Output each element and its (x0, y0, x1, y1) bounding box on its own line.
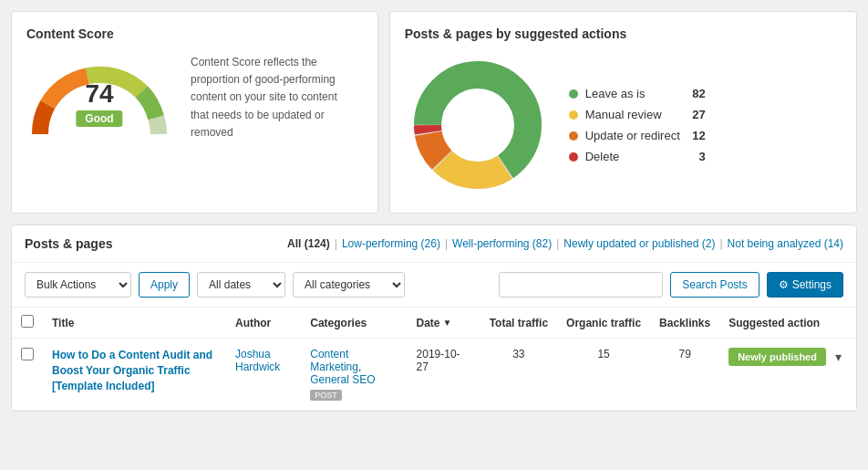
filter-tab-well[interactable]: Well-performing (82) (452, 237, 552, 250)
legend-item: Manual review 27 (569, 108, 706, 121)
settings-button[interactable]: ⚙ Settings (767, 272, 843, 298)
row-checkbox-cell (12, 339, 43, 411)
posts-section: Posts & pages All (124)|Low-performing (… (11, 225, 857, 412)
content-score-panel: Content Score (11, 11, 378, 214)
filter-tab-link-well[interactable]: Well-performing (82) (452, 237, 552, 250)
category-link[interactable]: Content Marketing (310, 348, 358, 373)
th-date-label: Date (417, 317, 440, 329)
post-title-link[interactable]: How to Do a Content Audit and Boost Your… (52, 349, 212, 392)
row-categories-cell: Content Marketing, General SEOPOST (301, 339, 407, 411)
posts-header: Posts & pages All (124)|Low-performing (… (12, 225, 856, 263)
row-total-traffic-cell: 33 (480, 339, 557, 411)
legend-value: 27 (687, 108, 706, 121)
toolbar-left: Bulk Actions Apply All dates All categor… (25, 272, 491, 298)
filter-tab-link-new[interactable]: Newly updated or published (2) (563, 237, 715, 250)
row-title-cell: How to Do a Content Audit and Boost Your… (43, 339, 226, 411)
legend-dot (569, 89, 578, 99)
legend-value: 12 (687, 129, 706, 142)
row-checkbox[interactable] (21, 348, 34, 360)
th-total-traffic: Total traffic (480, 308, 557, 339)
legend-item: Leave as is 82 (569, 87, 706, 100)
th-organic-traffic: Organic traffic (557, 308, 650, 339)
th-backlinks: Backlinks (650, 308, 719, 339)
table-row: How to Do a Content Audit and Boost Your… (12, 339, 856, 411)
filter-tab-separator: | (445, 237, 448, 250)
filter-tabs: All (124)|Low-performing (26)|Well-perfo… (287, 237, 843, 250)
legend-dot (569, 110, 578, 120)
legend: Leave as is 82 Manual review 27 Update o… (569, 87, 706, 163)
filter-tab-new[interactable]: Newly updated or published (2) (563, 237, 715, 250)
row-suggested-action-cell: Newly published ▾ (719, 339, 856, 411)
all-categories-select[interactable]: All categories (293, 272, 405, 298)
th-checkbox (12, 308, 43, 339)
legend-value: 82 (687, 87, 706, 100)
gauge-section: 74 Good Content Score reflects the propo… (26, 52, 363, 143)
legend-label: Leave as is (585, 87, 680, 100)
legend-item: Update or redirect 12 (569, 129, 706, 142)
gauge-label: Good (76, 110, 122, 127)
filter-tab-notanalyzed[interactable]: Not being analyzed (14) (728, 237, 843, 250)
bulk-actions-select[interactable]: Bulk Actions (25, 272, 131, 298)
legend-label: Delete (585, 150, 680, 163)
all-dates-select[interactable]: All dates (197, 272, 285, 298)
filter-tab-low[interactable]: Low-performing (26) (342, 237, 440, 250)
content-score-title: Content Score (26, 26, 363, 41)
th-date[interactable]: Date ▼ (408, 308, 480, 339)
legend-dot (569, 131, 578, 141)
gauge-score: 74 Good (76, 81, 122, 127)
posts-section-title: Posts & pages (25, 236, 112, 251)
gauge-wrapper: 74 Good (26, 52, 172, 143)
row-date-cell: 2019-10-27 (408, 339, 480, 411)
author-link[interactable]: Joshua Hardwick (235, 348, 280, 373)
th-suggested-action: Suggested action (719, 308, 856, 339)
gauge-number: 74 (76, 81, 122, 107)
donut-wrapper (405, 52, 551, 198)
legend-dot (569, 152, 578, 162)
filter-tab-separator: | (719, 237, 722, 250)
category-link[interactable]: General SEO (310, 373, 375, 386)
sort-desc-icon: ▼ (443, 318, 452, 328)
table-header-row: Title Author Categories Date ▼ Total tra… (12, 308, 856, 339)
toolbar: Bulk Actions Apply All dates All categor… (12, 263, 856, 308)
legend-value: 3 (687, 150, 706, 163)
toolbar-right: Search Posts ⚙ Settings (499, 272, 843, 298)
legend-label: Manual review (585, 108, 680, 121)
select-all-checkbox[interactable] (21, 315, 34, 328)
th-title: Title (43, 308, 226, 339)
donut-svg (405, 52, 551, 198)
search-posts-button[interactable]: Search Posts (670, 272, 759, 298)
expand-action-button[interactable]: ▾ (830, 348, 847, 366)
svg-point-5 (443, 90, 512, 160)
donut-section: Leave as is 82 Manual review 27 Update o… (405, 52, 842, 198)
apply-button[interactable]: Apply (139, 272, 190, 298)
legend-label: Update or redirect (585, 129, 680, 142)
filter-tab-link-low[interactable]: Low-performing (26) (342, 237, 440, 250)
filter-tab-separator: | (556, 237, 559, 250)
th-author: Author (226, 308, 301, 339)
settings-label: Settings (792, 279, 832, 290)
posts-table: Title Author Categories Date ▼ Total tra… (12, 308, 856, 411)
gear-icon: ⚙ (779, 279, 789, 290)
filter-tab-link-notanalyzed[interactable]: Not being analyzed (14) (728, 237, 843, 250)
donut-chart-panel: Posts & pages by suggested actions (389, 11, 857, 214)
row-backlinks-cell: 79 (650, 339, 719, 411)
gauge-description: Content Score reflects the proportion of… (191, 54, 355, 141)
filter-tab-all[interactable]: All (124) (287, 237, 330, 250)
action-cell: Newly published ▾ (728, 348, 847, 366)
post-type-badge: POST (310, 390, 342, 401)
action-badge: Newly published (728, 348, 826, 366)
row-author-cell: Joshua Hardwick (226, 339, 301, 411)
filter-tab-separator: | (335, 237, 337, 250)
donut-chart-title: Posts & pages by suggested actions (405, 26, 842, 41)
row-organic-traffic-cell: 15 (557, 339, 650, 411)
search-input[interactable] (499, 272, 663, 298)
legend-item: Delete 3 (569, 150, 706, 163)
th-categories: Categories (301, 308, 407, 339)
